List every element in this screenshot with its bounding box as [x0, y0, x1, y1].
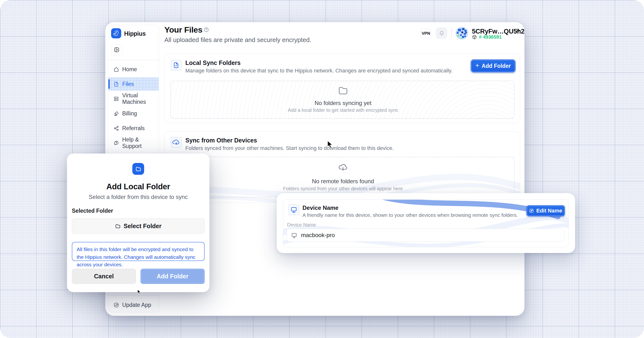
- device-name-field-label: Device Name: [287, 222, 316, 228]
- vpn-label: VPN: [422, 31, 430, 36]
- folder-icon: [338, 85, 348, 96]
- billing-icon: [114, 111, 119, 116]
- device-name-card: Device Name A friendly name for this dev…: [283, 199, 569, 247]
- cube-icon: [472, 35, 477, 40]
- remote-empty-description: Folders synced from your other devices w…: [171, 186, 515, 192]
- notifications-button[interactable]: [436, 27, 447, 39]
- external-link-icon[interactable]: [514, 28, 520, 35]
- remote-sync-title: Sync from Other Devices: [185, 137, 257, 144]
- device-description: A friendly name for this device, shown t…: [302, 212, 518, 218]
- submit-label: Add Folder: [157, 273, 188, 280]
- topbar-divider: [451, 28, 452, 38]
- sidebar-item-referrals[interactable]: Referrals: [108, 122, 158, 135]
- chat-question-icon: [114, 140, 119, 146]
- local-empty-description: Add a local folder to get started with e…: [171, 107, 515, 113]
- sidebar-item-update-app[interactable]: Update App: [108, 299, 158, 311]
- file-blueprint-icon: [171, 60, 182, 71]
- monitor-blueprint-icon: [288, 204, 299, 215]
- sidebar-item-home[interactable]: Home: [108, 63, 158, 76]
- hippius-logo: [111, 28, 121, 38]
- add-folder-button[interactable]: + Add Folder: [471, 59, 516, 72]
- encryption-note: All files in this folder will be encrypt…: [72, 242, 204, 261]
- folder-icon: [115, 223, 121, 229]
- sidebar-item-billing[interactable]: Billing: [108, 107, 158, 120]
- edit-icon: [529, 208, 534, 213]
- local-sync-description: Manage folders on this device that sync …: [185, 68, 453, 74]
- add-local-folder-modal: Add Local Folder Select a folder from th…: [67, 153, 210, 292]
- sidebar-item-label: Help & Support: [122, 136, 158, 149]
- sidebar-item-label: Files: [122, 81, 134, 87]
- local-sync-title: Local Sync Folders: [185, 59, 240, 66]
- sidebar-item-label: Billing: [122, 110, 137, 117]
- device-name-panel: Device Name A friendly name for this dev…: [277, 193, 575, 253]
- cancel-label: Cancel: [94, 273, 114, 280]
- files-icon: [114, 81, 119, 87]
- home-icon: [114, 67, 119, 72]
- modal-title: Add Local Folder: [67, 182, 210, 191]
- folder-tile-icon: [132, 163, 144, 175]
- plus-icon: +: [475, 62, 479, 69]
- remote-sync-description: Folders synced from your other machines.…: [185, 145, 394, 151]
- remote-sync-empty-state: No remote folders found Folders synced f…: [170, 157, 514, 198]
- help-icon[interactable]: [202, 26, 210, 34]
- remote-empty-title: No remote folders found: [171, 178, 515, 185]
- share-icon: [114, 125, 119, 131]
- hippo-icon: [112, 30, 120, 37]
- vpn-badge[interactable]: VPN: [420, 29, 431, 38]
- page-title: Your Files: [164, 25, 202, 35]
- panel-collapse-icon: [114, 47, 120, 53]
- monitor-icon: [291, 232, 297, 238]
- account-avatar[interactable]: [456, 27, 468, 40]
- sidebar-item-virtual-machines[interactable]: Virtual Machines: [108, 92, 158, 105]
- select-folder-label: Select Folder: [124, 223, 162, 230]
- sidebar-item-label: Home: [122, 66, 137, 73]
- account-id: # 4936591: [479, 34, 502, 40]
- cancel-button[interactable]: Cancel: [72, 269, 136, 284]
- device-name-input[interactable]: [300, 232, 542, 239]
- sidebar-item-help-support[interactable]: Help & Support: [108, 136, 158, 149]
- modal-subtitle: Select a folder from this device to sync: [67, 194, 210, 200]
- brand-name: Hippius: [124, 30, 146, 37]
- folder-icon: [135, 166, 142, 172]
- edit-name-button[interactable]: Edit Name: [526, 205, 565, 216]
- remote-sync-card: Sync from Other Devices Folders synced f…: [164, 131, 520, 203]
- page-subtitle: All uploaded files are private and secur…: [164, 36, 312, 44]
- device-title: Device Name: [302, 205, 338, 211]
- server-icon: [114, 96, 119, 102]
- sidebar-divider: [108, 60, 159, 60]
- sidebar-divider: [108, 295, 159, 296]
- screen: Hippius Home Files: [0, 0, 644, 338]
- local-sync-empty-state: No folders syncing yet Add a local folde…: [170, 81, 514, 119]
- update-app-icon: [114, 302, 119, 308]
- add-folder-label: Add Folder: [482, 63, 511, 69]
- sidebar-item-label: Update App: [122, 302, 151, 308]
- cloud-download-icon: [338, 162, 348, 173]
- sidebar-item-files[interactable]: Files: [108, 78, 158, 91]
- account-id-row: # 4936591: [472, 34, 502, 40]
- edit-name-label: Edit Name: [536, 208, 562, 214]
- sidebar-item-label: Virtual Machines: [122, 92, 158, 105]
- selected-folder-label: Selected Folder: [72, 208, 113, 214]
- local-sync-card: Local Sync Folders Manage folders on thi…: [164, 54, 520, 123]
- bell-icon: [439, 31, 444, 36]
- device-name-input-container: [286, 229, 565, 242]
- add-folder-submit-button[interactable]: Add Folder: [140, 269, 204, 284]
- local-empty-title: No folders syncing yet: [171, 100, 515, 106]
- sidebar-collapse-button[interactable]: [111, 44, 122, 55]
- select-folder-button[interactable]: Select Folder: [72, 219, 204, 234]
- sidebar-item-label: Referrals: [122, 125, 144, 132]
- active-indicator: [108, 79, 110, 89]
- cloud-blueprint-icon: [171, 137, 182, 148]
